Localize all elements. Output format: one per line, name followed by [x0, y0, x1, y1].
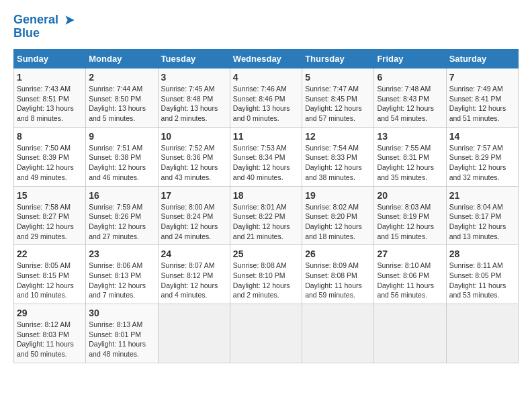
- day-number: 16: [89, 190, 154, 201]
- day-number: 29: [17, 308, 83, 318]
- empty-day-cell: [374, 304, 446, 363]
- empty-day-cell: [230, 304, 302, 363]
- day-number: 20: [377, 190, 443, 201]
- day-number: 11: [233, 131, 299, 142]
- day-info: Sunrise: 8:12 AMSunset: 8:03 PMDaylight:…: [17, 320, 83, 359]
- day-cell: 16 Sunrise: 7:59 AMSunset: 8:26 PMDaylig…: [86, 186, 158, 245]
- day-cell: 7 Sunrise: 7:49 AMSunset: 8:41 PMDayligh…: [446, 68, 518, 128]
- svg-marker-0: [65, 16, 74, 25]
- day-info: Sunrise: 7:52 AMSunset: 8:36 PMDaylight:…: [161, 143, 227, 183]
- calendar-week-row: 8 Sunrise: 7:50 AMSunset: 8:39 PMDayligh…: [14, 127, 519, 186]
- day-number: 25: [233, 248, 299, 259]
- day-cell: 28 Sunrise: 8:11 AMSunset: 8:05 PMDaylig…: [446, 245, 518, 304]
- weekday-header-monday: Monday: [86, 50, 158, 68]
- day-number: 30: [89, 308, 154, 318]
- day-info: Sunrise: 8:01 AMSunset: 8:22 PMDaylight:…: [233, 202, 299, 242]
- day-info: Sunrise: 7:53 AMSunset: 8:34 PMDaylight:…: [233, 143, 299, 183]
- day-info: Sunrise: 7:43 AMSunset: 8:51 PMDaylight:…: [17, 84, 83, 124]
- day-cell: 10 Sunrise: 7:52 AMSunset: 8:36 PMDaylig…: [158, 127, 230, 186]
- day-info: Sunrise: 8:00 AMSunset: 8:24 PMDaylight:…: [161, 202, 227, 242]
- day-cell: 24 Sunrise: 8:07 AMSunset: 8:12 PMDaylig…: [158, 245, 230, 304]
- day-number: 17: [161, 190, 227, 201]
- empty-day-cell: [302, 304, 374, 363]
- day-info: Sunrise: 7:59 AMSunset: 8:26 PMDaylight:…: [89, 202, 154, 242]
- day-info: Sunrise: 7:54 AMSunset: 8:33 PMDaylight:…: [305, 143, 371, 183]
- day-info: Sunrise: 7:44 AMSunset: 8:50 PMDaylight:…: [89, 84, 154, 124]
- day-cell: 9 Sunrise: 7:51 AMSunset: 8:38 PMDayligh…: [86, 127, 158, 186]
- day-number: 26: [305, 248, 371, 259]
- day-number: 21: [449, 190, 515, 201]
- day-cell: 17 Sunrise: 8:00 AMSunset: 8:24 PMDaylig…: [158, 186, 230, 245]
- calendar-week-row: 22 Sunrise: 8:05 AMSunset: 8:15 PMDaylig…: [14, 245, 519, 304]
- day-info: Sunrise: 7:50 AMSunset: 8:39 PMDaylight:…: [17, 143, 83, 183]
- weekday-header-friday: Friday: [374, 50, 446, 68]
- day-cell: 15 Sunrise: 7:58 AMSunset: 8:27 PMDaylig…: [14, 186, 86, 245]
- day-number: 5: [305, 72, 371, 83]
- weekday-header-thursday: Thursday: [302, 50, 374, 68]
- day-info: Sunrise: 7:46 AMSunset: 8:46 PMDaylight:…: [233, 84, 299, 124]
- day-cell: 1 Sunrise: 7:43 AMSunset: 8:51 PMDayligh…: [14, 68, 86, 128]
- calendar-week-row: 1 Sunrise: 7:43 AMSunset: 8:51 PMDayligh…: [14, 68, 519, 128]
- day-number: 10: [161, 131, 227, 142]
- day-number: 14: [449, 131, 515, 142]
- day-info: Sunrise: 7:45 AMSunset: 8:48 PMDaylight:…: [161, 84, 227, 124]
- day-cell: 20 Sunrise: 8:03 AMSunset: 8:19 PMDaylig…: [374, 186, 446, 245]
- calendar-table: SundayMondayTuesdayWednesdayThursdayFrid…: [13, 49, 519, 363]
- day-cell: 30 Sunrise: 8:13 AMSunset: 8:01 PMDaylig…: [86, 304, 158, 363]
- empty-day-cell: [446, 304, 518, 363]
- logo-blue: Blue: [13, 27, 77, 40]
- day-number: 7: [449, 72, 515, 83]
- day-number: 23: [89, 248, 154, 259]
- day-info: Sunrise: 8:10 AMSunset: 8:06 PMDaylight:…: [377, 261, 443, 300]
- day-cell: 11 Sunrise: 7:53 AMSunset: 8:34 PMDaylig…: [230, 127, 302, 186]
- day-number: 3: [161, 72, 227, 83]
- weekday-header-sunday: Sunday: [14, 50, 86, 68]
- calendar-week-row: 15 Sunrise: 7:58 AMSunset: 8:27 PMDaylig…: [14, 186, 519, 245]
- day-cell: 4 Sunrise: 7:46 AMSunset: 8:46 PMDayligh…: [230, 68, 302, 128]
- day-number: 8: [17, 131, 83, 142]
- day-number: 24: [161, 248, 227, 259]
- day-number: 27: [377, 248, 443, 259]
- day-info: Sunrise: 8:02 AMSunset: 8:20 PMDaylight:…: [305, 202, 371, 242]
- day-number: 4: [233, 72, 299, 83]
- day-info: Sunrise: 8:11 AMSunset: 8:05 PMDaylight:…: [449, 261, 515, 300]
- day-info: Sunrise: 7:47 AMSunset: 8:45 PMDaylight:…: [305, 84, 371, 124]
- day-info: Sunrise: 8:04 AMSunset: 8:17 PMDaylight:…: [449, 202, 515, 242]
- weekday-header-saturday: Saturday: [446, 50, 518, 68]
- day-info: Sunrise: 7:49 AMSunset: 8:41 PMDaylight:…: [449, 84, 515, 124]
- day-cell: 21 Sunrise: 8:04 AMSunset: 8:17 PMDaylig…: [446, 186, 518, 245]
- day-cell: 12 Sunrise: 7:54 AMSunset: 8:33 PMDaylig…: [302, 127, 374, 186]
- day-info: Sunrise: 7:55 AMSunset: 8:31 PMDaylight:…: [377, 143, 443, 183]
- day-number: 2: [89, 72, 154, 83]
- day-cell: 6 Sunrise: 7:48 AMSunset: 8:43 PMDayligh…: [374, 68, 446, 128]
- day-info: Sunrise: 8:05 AMSunset: 8:15 PMDaylight:…: [17, 261, 83, 300]
- day-info: Sunrise: 7:48 AMSunset: 8:43 PMDaylight:…: [377, 84, 443, 124]
- day-number: 15: [17, 190, 83, 201]
- day-cell: 2 Sunrise: 7:44 AMSunset: 8:50 PMDayligh…: [86, 68, 158, 128]
- day-number: 18: [233, 190, 299, 201]
- day-info: Sunrise: 8:06 AMSunset: 8:13 PMDaylight:…: [89, 261, 154, 300]
- day-number: 13: [377, 131, 443, 142]
- day-number: 12: [305, 131, 371, 142]
- day-info: Sunrise: 8:08 AMSunset: 8:10 PMDaylight:…: [233, 261, 299, 300]
- day-cell: 3 Sunrise: 7:45 AMSunset: 8:48 PMDayligh…: [158, 68, 230, 128]
- day-cell: 13 Sunrise: 7:55 AMSunset: 8:31 PMDaylig…: [374, 127, 446, 186]
- day-number: 9: [89, 131, 154, 142]
- day-cell: 14 Sunrise: 7:57 AMSunset: 8:29 PMDaylig…: [446, 127, 518, 186]
- day-cell: 22 Sunrise: 8:05 AMSunset: 8:15 PMDaylig…: [14, 245, 86, 304]
- logo: General Blue: [13, 13, 77, 40]
- day-cell: 5 Sunrise: 7:47 AMSunset: 8:45 PMDayligh…: [302, 68, 374, 128]
- logo-arrow-icon: [63, 13, 77, 27]
- weekday-header-wednesday: Wednesday: [230, 50, 302, 68]
- day-info: Sunrise: 8:13 AMSunset: 8:01 PMDaylight:…: [89, 320, 154, 359]
- day-info: Sunrise: 8:07 AMSunset: 8:12 PMDaylight:…: [161, 261, 227, 300]
- logo-general: General: [13, 13, 58, 26]
- day-cell: 18 Sunrise: 8:01 AMSunset: 8:22 PMDaylig…: [230, 186, 302, 245]
- day-cell: 25 Sunrise: 8:08 AMSunset: 8:10 PMDaylig…: [230, 245, 302, 304]
- day-info: Sunrise: 7:57 AMSunset: 8:29 PMDaylight:…: [449, 143, 515, 183]
- day-number: 6: [377, 72, 443, 83]
- day-number: 19: [305, 190, 371, 201]
- day-cell: 8 Sunrise: 7:50 AMSunset: 8:39 PMDayligh…: [14, 127, 86, 186]
- day-info: Sunrise: 7:51 AMSunset: 8:38 PMDaylight:…: [89, 143, 154, 183]
- empty-day-cell: [158, 304, 230, 363]
